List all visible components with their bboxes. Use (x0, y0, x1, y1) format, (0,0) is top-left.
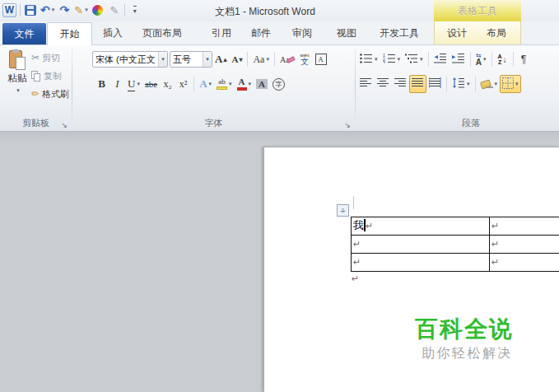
tab-developer[interactable]: 开发工具 (369, 21, 430, 44)
group-paragraph: ▾ 123▾ ▾ ⇆A▾ AZ↓ ¶ ▾ ▾ ▾ 段落 (356, 45, 559, 132)
phonetic-guide-button[interactable]: wén文 (297, 50, 313, 68)
chevron-down-icon[interactable]: ▾ (467, 81, 470, 87)
grow-font-button[interactable]: A▴ (212, 50, 229, 68)
font-color-button[interactable]: A▾ (235, 75, 254, 93)
text-effects-button[interactable]: A▾ (197, 75, 214, 93)
borders-icon (502, 77, 514, 91)
underline-button[interactable]: U▾ (125, 75, 142, 93)
typed-text: 我 (353, 218, 364, 233)
save-button[interactable] (24, 2, 37, 17)
decrease-indent-button[interactable] (431, 50, 450, 68)
italic-button[interactable]: I (109, 75, 125, 93)
justify-button[interactable] (409, 75, 426, 93)
cut-button[interactable]: ✂剪切 (31, 50, 72, 65)
subscript-button[interactable]: x₂ (160, 75, 175, 93)
chevron-down-icon[interactable]: ▾ (16, 87, 20, 94)
dialog-launcher-icon[interactable]: ↘ (344, 122, 351, 129)
sort-button[interactable]: AZ↓ (495, 50, 510, 68)
sort-z-glyph: Z (498, 59, 501, 65)
character-shading-button[interactable]: A (254, 75, 270, 93)
format-painter-label: 格式刷 (42, 88, 69, 100)
chevron-down-icon[interactable]: ▾ (203, 52, 212, 67)
chevron-down-icon[interactable]: ▾ (158, 52, 167, 67)
chevron-down-icon[interactable]: ▾ (266, 56, 269, 63)
multilevel-list-button[interactable]: ▾ (403, 50, 426, 68)
borders-button[interactable]: ▾ (500, 75, 521, 93)
font-name-combobox[interactable]: 宋体 (中文正文▾ (92, 51, 168, 68)
align-right-button[interactable] (392, 75, 409, 93)
tab-home[interactable]: 开始 (47, 22, 92, 45)
table-cell-r3c2[interactable]: ↵ (490, 254, 559, 272)
format-painter-button[interactable]: ✏格式刷 (31, 86, 72, 101)
document-area: ↔ ↕ 我↵ ↵ ↵ ↵ ↵ ↵ ↵ 百科全说 助你轻松解决 (0, 132, 559, 392)
chevron-down-icon[interactable]: ▾ (52, 7, 55, 13)
line-spacing-button[interactable]: ▾ (450, 75, 473, 93)
document-page[interactable]: ↔ ↕ 我↵ ↵ ↵ ↵ ↵ ↵ ↵ 百科全说 助你轻松解决 (263, 147, 559, 392)
asian-layout-button[interactable]: ⇆A▾ (473, 50, 489, 68)
shading-button[interactable]: ▾ (478, 75, 501, 93)
tab-mailings[interactable]: 邮件 (244, 21, 278, 44)
ink-button[interactable]: ✎ (108, 2, 121, 17)
dialog-launcher-icon[interactable]: ↘ (61, 122, 68, 129)
paragraph-mark: ↵ (366, 219, 373, 232)
format-painter-icon: ✏ (31, 88, 40, 100)
table-cell-r3c1[interactable]: ↵ (352, 254, 490, 272)
chevron-down-icon[interactable]: ▾ (229, 81, 232, 87)
svg-text:3: 3 (383, 59, 385, 63)
customize-qat-button[interactable]: ▾ (128, 2, 142, 17)
table-cell-r2c2[interactable]: ↵ (490, 236, 559, 254)
word-logo-icon[interactable]: W (2, 3, 16, 17)
change-case-button[interactable]: Aa▾ (250, 50, 272, 68)
tab-view[interactable]: 视图 (329, 21, 364, 44)
copy-icon (31, 71, 41, 82)
clear-formatting-button[interactable]: Aa (277, 50, 297, 68)
chevron-down-icon[interactable]: ▾ (483, 56, 487, 63)
redo-button[interactable]: ↷ (58, 2, 71, 17)
highlight-button[interactable]: ab▾ (214, 75, 235, 93)
chevron-down-icon[interactable]: ▾ (85, 7, 88, 13)
color-wheel-button[interactable] (91, 2, 105, 17)
chevron-down-icon[interactable]: ▾ (209, 81, 212, 87)
chevron-down-icon[interactable]: ▾ (375, 56, 378, 63)
paste-button[interactable]: 粘贴 ▾ (3, 49, 31, 112)
bullets-button[interactable]: ▾ (357, 50, 380, 68)
superscript-button[interactable]: x² (175, 75, 191, 93)
font-size-value: 五号 (170, 54, 193, 66)
undo-button[interactable]: ↶▾ (40, 2, 54, 17)
increase-indent-button[interactable] (450, 50, 468, 68)
chevron-down-icon[interactable]: ▾ (495, 81, 498, 87)
align-left-button[interactable] (357, 75, 375, 93)
chevron-down-icon[interactable]: ▾ (137, 81, 140, 87)
chevron-down-icon[interactable]: ▾ (249, 81, 252, 87)
distribute-button[interactable] (426, 75, 444, 93)
chevron-down-icon[interactable]: ▾ (515, 81, 519, 87)
character-border-button[interactable]: A (313, 50, 329, 68)
tab-table-design[interactable]: 设计 (441, 21, 473, 44)
show-hide-marks-button[interactable]: ¶ (516, 50, 532, 68)
tab-page-layout[interactable]: 页面布局 (133, 21, 192, 44)
align-center-button[interactable] (375, 75, 392, 93)
table-move-handle[interactable]: ↔ ↕ (337, 204, 349, 217)
tab-references[interactable]: 引用 (203, 21, 240, 44)
chevron-down-icon[interactable]: ▾ (420, 56, 423, 63)
tab-review[interactable]: 审阅 (285, 21, 319, 44)
chevron-down-icon[interactable]: ▾ (398, 56, 401, 63)
tab-file[interactable]: 文件 (2, 23, 46, 44)
strikethrough-button[interactable]: abe (142, 75, 160, 93)
pen-tools-button[interactable]: ✎▾ (74, 2, 87, 17)
bold-button[interactable]: B (94, 75, 109, 93)
font-size-combobox[interactable]: 五号▾ (170, 51, 212, 68)
table-cell-r1c2[interactable]: ↵ (490, 217, 559, 236)
table-cell-r2c1[interactable]: ↵ (352, 236, 490, 254)
enclose-characters-button[interactable]: 字 (270, 75, 287, 93)
numbering-button[interactable]: 123▾ (380, 50, 403, 68)
shrink-font-button[interactable]: A▾ (229, 50, 245, 68)
copy-button[interactable]: 复制 (31, 68, 72, 83)
tab-table-layout[interactable]: 布局 (481, 21, 512, 44)
tab-insert[interactable]: 插入 (96, 21, 129, 44)
change-case-glyph: Aa (253, 54, 264, 66)
paragraph-mark: ↵ (491, 219, 499, 232)
table-cell-r1c1[interactable]: 我↵ (352, 217, 490, 236)
enclose-characters-icon: 字 (273, 78, 285, 91)
scissors-icon: ✂ (31, 52, 40, 63)
